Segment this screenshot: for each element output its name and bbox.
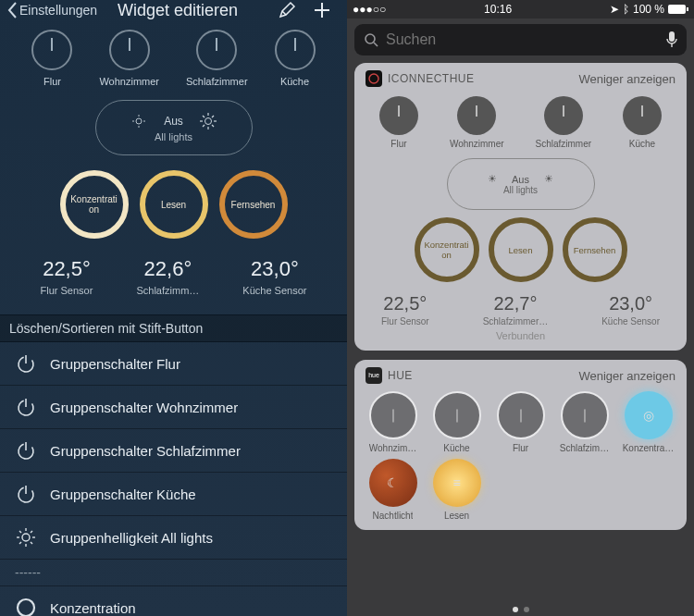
microphone-icon[interactable]	[666, 31, 677, 48]
page-indicator	[347, 601, 694, 616]
collapse-button[interactable]: Weniger anzeigen	[578, 72, 675, 86]
battery-icon	[668, 5, 688, 14]
scene-lesen[interactable]: Lesen	[140, 170, 208, 239]
svg-line-28	[31, 542, 32, 544]
widget-preview: Flur Wohnzimmer Schlafzimmer Küche Aus	[0, 20, 347, 314]
status-time: 10:16	[484, 3, 512, 16]
widget-power-flur[interactable]: Flur	[379, 96, 418, 149]
scene-row: Konzentration Lesen Fernsehen	[19, 170, 328, 239]
brightness-icon	[15, 526, 37, 548]
today-view-panel: ●●●○○ 10:16 ➤ ᛒ 100 % ICONNECTHUE Wenige…	[347, 0, 694, 616]
power-icon: ｜	[497, 391, 545, 439]
all-lights-brightness[interactable]: Aus All lights	[95, 100, 253, 155]
hue-badge-icon: hue	[366, 367, 382, 384]
moon-icon: ☾	[369, 459, 417, 507]
scene-konzentration[interactable]: Konzentration	[60, 170, 129, 239]
widget-sensor-schlafzimmer: 22,7°Schlafzimmer…	[483, 293, 549, 326]
hue-room-kueche[interactable]: ｜Küche	[428, 391, 486, 453]
widget-hue: hue HUE Weniger anzeigen ｜Wohnzim… ｜Küch…	[354, 360, 687, 530]
list-item-konzentration[interactable]: Konzentration	[0, 586, 347, 616]
editor-header: Einstellungen Widget editieren	[0, 0, 347, 20]
pager-dot-active	[513, 607, 518, 612]
iconnecthue-badge-icon	[366, 70, 382, 87]
search-icon	[364, 32, 378, 47]
scene-fernsehen[interactable]: Fernsehen	[219, 170, 288, 239]
list-divider: ------	[0, 560, 347, 586]
search-input[interactable]	[386, 31, 659, 48]
pager-dot	[524, 607, 529, 612]
collapse-button[interactable]: Weniger anzeigen	[578, 369, 675, 383]
add-plus-icon[interactable]	[312, 0, 332, 20]
hue-scene-konzentration[interactable]: ◎Konzentra…	[619, 391, 677, 453]
all-lights-state: Aus	[164, 115, 183, 128]
power-icon: ｜	[561, 391, 609, 439]
list-item-gruppenschalter-flur[interactable]: Gruppenschalter Flur	[0, 342, 347, 386]
signal-icon: ●●●○○	[353, 3, 386, 16]
svg-point-38	[369, 74, 378, 83]
power-toggle-flur[interactable]: Flur	[31, 30, 72, 87]
brightness-low-icon: ☀	[488, 173, 497, 185]
svg-point-5	[204, 118, 211, 125]
power-icon	[31, 30, 72, 70]
sensor-kueche: 23,0° Küche Sensor	[242, 257, 306, 296]
widget-all-lights[interactable]: ☀ Aus ☀ All lights	[447, 158, 595, 210]
power-icon	[379, 96, 418, 135]
all-lights-label: All lights	[155, 131, 192, 142]
svg-line-11	[212, 125, 214, 127]
widget-scene-konzentration[interactable]: Konzentration	[415, 217, 479, 282]
list-item-gruppenschalter-wohnzimmer[interactable]: Gruppenschalter Wohnzimmer	[0, 386, 347, 429]
status-bar: ●●●○○ 10:16 ➤ ᛒ 100 %	[347, 0, 694, 18]
svg-line-29	[19, 542, 21, 544]
hue-scene-lesen[interactable]: ≡Lesen	[428, 459, 486, 521]
widgets-scroll[interactable]: ICONNECTHUE Weniger anzeigen Flur Wohnzi…	[347, 63, 694, 601]
brightness-high-icon	[200, 113, 217, 129]
bluetooth-icon: ᛒ	[623, 3, 629, 16]
svg-line-27	[19, 531, 21, 533]
power-toggle-kueche[interactable]: Küche	[275, 30, 316, 87]
power-icon: ｜	[433, 391, 481, 439]
app-editor-panel: Einstellungen Widget editieren Flur Wohn…	[0, 0, 347, 616]
list-item-gruppenschalter-schlafzimmer[interactable]: Gruppenschalter Schlafzimmer	[0, 429, 347, 473]
hue-room-wohnzimmer[interactable]: ｜Wohnzim…	[364, 391, 422, 453]
svg-line-30	[31, 531, 32, 533]
hue-room-schlafzimmer[interactable]: ｜Schlafzim…	[555, 391, 613, 453]
power-icon	[15, 396, 37, 418]
edit-pencil-icon[interactable]	[277, 0, 297, 20]
power-toggle-row: Flur Wohnzimmer Schlafzimmer Küche	[19, 30, 328, 87]
svg-point-34	[366, 34, 375, 43]
widget-sensor-flur: 22,5°Flur Sensor	[381, 293, 429, 326]
hue-scene-nachtlicht[interactable]: ☾Nachtlicht	[364, 459, 422, 521]
list-item-gruppenhelligkeit[interactable]: Gruppenhelligkeit All lights	[0, 516, 347, 560]
svg-line-12	[203, 125, 204, 127]
svg-line-13	[212, 116, 214, 117]
scene-on-icon: ◎	[625, 391, 673, 439]
widget-scene-fernsehen[interactable]: Fernsehen	[563, 217, 627, 282]
widget-sensor-kueche: 23,0°Küche Sensor	[601, 293, 660, 326]
brightness-low-icon	[130, 113, 147, 129]
svg-point-31	[18, 599, 34, 616]
power-icon	[457, 96, 496, 135]
svg-line-10	[203, 116, 204, 117]
svg-point-0	[136, 118, 142, 124]
widget-power-kueche[interactable]: Küche	[623, 96, 662, 149]
widget-iconnecthue: ICONNECTHUE Weniger anzeigen Flur Wohnzi…	[354, 63, 687, 351]
widget-power-row: Flur Wohnzimmer Schlafzimmer Küche	[354, 91, 687, 153]
svg-rect-32	[668, 5, 686, 14]
power-toggle-wohnzimmer[interactable]: Wohnzimmer	[99, 30, 159, 87]
hue-room-flur[interactable]: ｜Flur	[491, 391, 550, 453]
list-item-gruppenschalter-kueche[interactable]: Gruppenschalter Küche	[0, 473, 347, 516]
svg-rect-33	[687, 7, 688, 11]
widget-scene-lesen[interactable]: Lesen	[489, 217, 553, 282]
svg-rect-36	[669, 31, 675, 42]
widget-connection-status: Verbunden	[354, 330, 687, 341]
power-icon	[15, 439, 37, 462]
sensor-row: 22,5° Flur Sensor 22,6° Schlafzimm… 23,0…	[19, 257, 328, 296]
spotlight-search[interactable]	[354, 24, 687, 55]
chevron-left-icon	[7, 2, 18, 18]
power-toggle-schlafzimmer[interactable]: Schlafzimmer	[186, 30, 248, 87]
widget-power-schlafzimmer[interactable]: Schlafzimmer	[536, 96, 592, 149]
power-icon	[544, 96, 583, 135]
svg-line-35	[374, 43, 378, 46]
widget-power-wohnzimmer[interactable]: Wohnzimmer	[450, 96, 504, 149]
editor-title: Widget editieren	[79, 1, 277, 20]
